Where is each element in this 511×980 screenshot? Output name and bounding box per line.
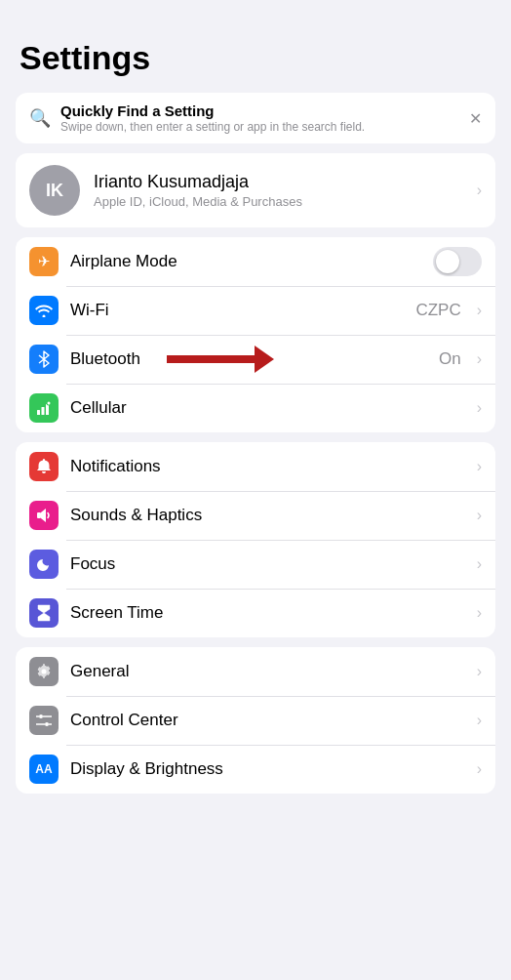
screen-time-label: Screen Time [70, 603, 465, 623]
avatar: IK [29, 165, 80, 216]
cellular-chevron-icon: › [477, 399, 482, 417]
settings-page: Settings 🔍 Quickly Find a Setting Swipe … [0, 0, 511, 823]
search-card[interactable]: 🔍 Quickly Find a Setting Swipe down, the… [16, 93, 495, 143]
control-center-icon-wrap [29, 706, 59, 735]
general-icon-wrap [29, 657, 59, 686]
notifications-label: Notifications [70, 457, 465, 476]
bluetooth-icon [37, 350, 51, 368]
general-label: General [70, 662, 465, 681]
wifi-value: CZPC [415, 301, 460, 320]
profile-name: Irianto Kusumadjaja [94, 172, 463, 192]
general-chevron-icon: › [477, 663, 482, 680]
profile-card[interactable]: IK Irianto Kusumadjaja Apple ID, iCloud,… [16, 153, 495, 227]
chevron-right-icon: › [477, 182, 482, 199]
airplane-mode-label: Airplane Mode [70, 252, 421, 271]
cellular-icon-wrap [29, 393, 59, 423]
profile-subtitle: Apple ID, iCloud, Media & Purchases [94, 194, 463, 209]
control-center-label: Control Center [70, 711, 465, 730]
wifi-icon [35, 304, 53, 317]
cellular-label: Cellular [70, 398, 465, 418]
focus-icon-wrap [29, 550, 59, 579]
focus-chevron-icon: › [477, 555, 482, 573]
display-chevron-icon: › [477, 760, 482, 778]
profile-info: Irianto Kusumadjaja Apple ID, iCloud, Me… [94, 172, 463, 209]
settings-row-cellular[interactable]: Cellular › [16, 384, 495, 432]
notifications-group: Notifications › Sounds & Haptics › F [16, 442, 495, 637]
screen-time-icon-wrap [29, 598, 59, 628]
svg-rect-2 [37, 410, 40, 415]
search-text: Quickly Find a Setting Swipe down, then … [60, 102, 459, 134]
svg-rect-7 [37, 512, 41, 518]
search-subtitle: Swipe down, then enter a setting or app … [60, 120, 459, 134]
airplane-mode-icon: ✈ [29, 247, 59, 276]
settings-row-wifi[interactable]: Wi-Fi CZPC › [16, 286, 495, 335]
moon-icon [36, 556, 52, 572]
sounds-chevron-icon: › [477, 507, 482, 524]
settings-row-display[interactable]: AA Display & Brightness › [16, 745, 495, 794]
notifications-icon-wrap [29, 452, 59, 481]
close-icon[interactable]: ✕ [469, 109, 482, 128]
svg-rect-4 [46, 404, 49, 415]
aa-icon: AA [35, 762, 52, 776]
wifi-chevron-icon: › [477, 302, 482, 319]
wifi-label: Wi-Fi [70, 301, 404, 320]
settings-row-screen-time[interactable]: Screen Time › [16, 589, 495, 637]
page-title: Settings [16, 39, 495, 77]
airplane-icon: ✈ [38, 253, 51, 270]
connectivity-group: ✈ Airplane Mode Wi-Fi CZPC › [16, 237, 495, 432]
display-icon-wrap: AA [29, 755, 59, 784]
control-center-chevron-icon: › [477, 712, 482, 729]
bluetooth-value: On [439, 349, 461, 369]
sounds-label: Sounds & Haptics [70, 506, 465, 525]
svg-rect-3 [42, 407, 45, 415]
cellular-icon [36, 400, 52, 416]
airplane-mode-toggle[interactable] [433, 247, 482, 276]
sounds-icon-wrap [29, 501, 59, 530]
notifications-chevron-icon: › [477, 458, 482, 475]
general-group: General › Control Center › AA [16, 647, 495, 794]
settings-row-sounds[interactable]: Sounds & Haptics › [16, 491, 495, 540]
settings-row-bluetooth[interactable]: Bluetooth On › [16, 335, 495, 384]
display-label: Display & Brightness [70, 759, 465, 779]
focus-label: Focus [70, 554, 465, 574]
svg-point-10 [45, 722, 49, 726]
bluetooth-label: Bluetooth [70, 349, 427, 369]
search-bar[interactable]: 🔍 Quickly Find a Setting Swipe down, the… [16, 93, 495, 143]
sliders-icon [35, 712, 53, 729]
svg-point-6 [48, 402, 51, 405]
sound-icon [36, 508, 52, 523]
gear-icon [35, 663, 53, 680]
settings-row-control-center[interactable]: Control Center › [16, 696, 495, 745]
search-title: Quickly Find a Setting [60, 102, 459, 119]
settings-row-notifications[interactable]: Notifications › [16, 442, 495, 491]
wifi-icon-wrap [29, 296, 59, 325]
toggle-thumb [436, 250, 459, 273]
settings-row-general[interactable]: General › [16, 647, 495, 696]
bluetooth-icon-wrap [29, 345, 59, 374]
settings-row-focus[interactable]: Focus › [16, 540, 495, 589]
screen-time-chevron-icon: › [477, 604, 482, 622]
bell-icon [36, 458, 52, 475]
profile-row[interactable]: IK Irianto Kusumadjaja Apple ID, iCloud,… [16, 153, 495, 227]
svg-point-9 [39, 715, 43, 718]
bluetooth-chevron-icon: › [477, 350, 482, 368]
settings-row-airplane-mode[interactable]: ✈ Airplane Mode [16, 237, 495, 286]
search-icon: 🔍 [29, 107, 51, 129]
hourglass-icon [36, 604, 52, 622]
